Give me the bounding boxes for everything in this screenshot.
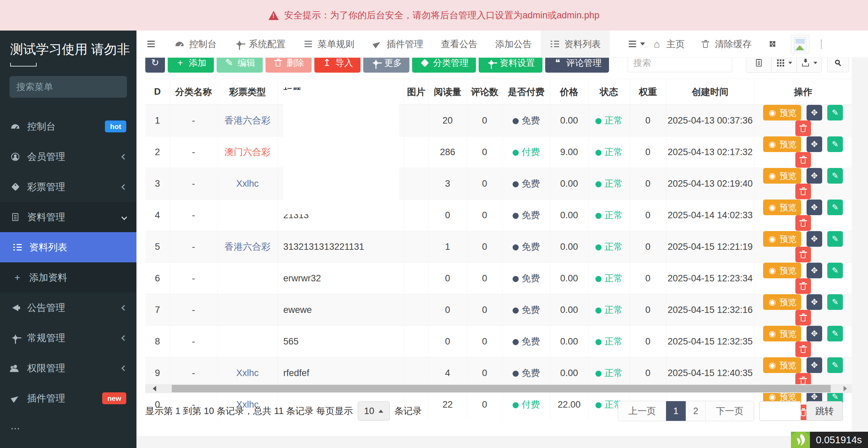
column-header[interactable]: 彩票类型 [217,79,278,105]
sidebar-item-console[interactable]: 控制台hot [0,111,136,142]
sidebar-search-input[interactable] [16,82,136,92]
export-dropdown-button[interactable] [796,58,821,72]
sidebar-item-more[interactable]: ⋯ [0,413,136,444]
preview-button[interactable]: ◉预览 [763,136,801,152]
move-button[interactable]: ✥ [807,168,822,184]
table-row[interactable]: 8 - 565 0 0 免费 0.00 正常 0 2025-04-15 12:3… [145,326,852,357]
toggle-view-button[interactable] [746,58,771,72]
edit-button[interactable]: ✎ [827,168,843,184]
table-row[interactable]: 5 - 香港六合彩 3132131313221131 1 0 免费 0.00 正… [145,231,852,263]
tab-console[interactable]: 控制台 [166,31,225,58]
sidebar-item-general[interactable]: 常规管理 [0,323,136,353]
archive-settings-button[interactable]: 资料设置 [479,58,542,73]
category-manage-button[interactable]: 分类管理 [412,58,476,73]
sidebar-item-announcements[interactable]: 公告管理 [0,293,136,323]
page-size-dropdown[interactable]: 10 [358,402,390,421]
column-header[interactable]: 分类名称 [170,79,217,105]
cell-lottery-type[interactable]: 香港六合彩 [217,231,278,263]
edit-button[interactable]: ✎ [827,200,843,215]
edit-button[interactable]: ✎ [827,326,843,341]
preview-button[interactable]: ◉预览 [763,326,801,341]
delete-button[interactable] [795,120,811,136]
table-row[interactable]: 2 - 澳门六合彩 286 0 付费 9.00 正常 0 2025-04-13 … [145,136,852,168]
column-header[interactable]: 状态 [588,79,630,105]
preview-button[interactable]: ◉预览 [763,200,801,215]
page-button-1[interactable]: 1 [666,401,686,421]
move-button[interactable]: ✥ [807,200,822,215]
move-button[interactable]: ✥ [807,136,822,152]
column-header[interactable]: 权重 [630,79,666,105]
comment-manage-button[interactable]: ❝评论管理 [545,58,609,73]
preview-button[interactable]: ◉预览 [763,357,801,373]
preview-button[interactable]: ◉预览 [763,168,801,184]
sidebar-item-addons[interactable]: 插件管理new [0,383,136,413]
prev-page-button[interactable]: 上一页 [618,401,666,421]
preview-button[interactable]: ◉预览 [763,231,801,247]
delete-button[interactable] [795,278,811,294]
tab-add-announcement[interactable]: 添加公告 [486,31,541,58]
sidebar-item-archives-list[interactable]: 资料列表 [0,232,136,262]
move-button[interactable]: ✥ [807,326,822,341]
home-link[interactable]: ⌂ 主页 [650,31,687,58]
more-button[interactable]: 更多 [363,58,409,73]
edit-button[interactable]: ✎ [827,294,843,310]
tab-archives-list[interactable]: 资料列表 [541,31,610,58]
cell-lottery-type[interactable]: Xxlhc [217,168,278,200]
cell-lottery-type[interactable]: 澳门六合彩 [217,136,278,168]
jump-button[interactable]: 跳转 [806,401,843,421]
table-row[interactable]: 1 - 香港六合彩 20 0 免费 0.00 正常 0 2025-04-13 0… [145,105,852,136]
delete-button[interactable]: 删除 [265,58,312,73]
edit-button[interactable]: ✎ [827,357,843,373]
column-header[interactable]: 是否付费 [502,79,550,105]
edit-button[interactable]: ✎ [827,231,843,247]
preview-button[interactable]: ◉预览 [763,105,801,120]
tabs-overflow-dropdown[interactable] [623,31,650,58]
sidebar-toggle-button[interactable] [136,31,166,58]
delete-button[interactable] [795,341,811,357]
table-search-input[interactable] [628,58,732,72]
edit-button[interactable]: ✎编辑 [217,58,263,73]
column-header[interactable]: D [145,79,170,105]
import-button[interactable]: ↥导入 [314,58,361,73]
column-header[interactable]: 评论数 [467,79,502,105]
tab-addon-manage[interactable]: 插件管理 [363,31,432,58]
move-button[interactable]: ✥ [807,231,822,247]
avatar[interactable] [791,35,809,53]
delete-button[interactable] [795,310,811,325]
sidebar-item-lottery[interactable]: 彩票管理 [0,172,136,202]
refresh-button[interactable]: ↻ [145,58,165,73]
search-submit-button[interactable] [827,58,849,72]
sidebar-item-archives[interactable]: 资料管理 [0,202,136,232]
scroll-left-arrow[interactable] [153,386,156,391]
column-header[interactable]: 图片 [404,79,428,105]
edit-button[interactable]: ✎ [827,136,843,152]
clear-cache-button[interactable]: 清除缓存 [698,31,754,58]
column-header[interactable]: 阅读量 [428,79,467,105]
tab-menu-rules[interactable]: 菜单规则 [294,31,363,58]
jump-page-input[interactable] [759,401,801,421]
next-page-button[interactable]: 下一页 [705,401,754,421]
horizontal-scrollbar[interactable] [145,384,852,393]
add-button[interactable]: +添加 [168,58,214,73]
table-row[interactable]: 4 - 21313 0 0 免费 0.00 正常 0 2025-04-14 14… [145,200,852,231]
columns-dropdown-button[interactable] [771,58,796,72]
delete-button[interactable] [795,152,811,168]
delete-button[interactable] [795,247,811,262]
edit-button[interactable]: ✎ [827,105,843,120]
preview-button[interactable]: ◉预览 [763,263,801,278]
page-button-2[interactable]: 2 [686,401,705,421]
table-row[interactable]: 7 - ewewe 0 0 免费 0.00 正常 0 2025-04-15 12… [145,294,852,326]
column-header[interactable]: 创建时间 [666,79,754,105]
move-button[interactable]: ✥ [807,263,822,278]
scroll-right-arrow[interactable] [844,386,847,391]
sidebar-item-archives-add[interactable]: +添加资料 [0,262,136,293]
table-row[interactable]: 6 - erwrwr32 0 0 免费 0.00 正常 0 2025-04-15… [145,263,852,294]
table-row[interactable]: 3 - Xxlhc 3 0 免费 0.00 正常 0 2025-04-13 02… [145,168,852,200]
edit-button[interactable]: ✎ [827,263,843,278]
sidebar-search[interactable] [10,76,127,98]
column-header[interactable]: 操作 [754,79,852,105]
tab-view-announcement[interactable]: 查看公告 [432,31,486,58]
sidebar-item-members[interactable]: 会员管理 [0,142,136,172]
preview-button[interactable]: ◉预览 [763,294,801,310]
scrollbar-thumb[interactable] [172,385,831,392]
